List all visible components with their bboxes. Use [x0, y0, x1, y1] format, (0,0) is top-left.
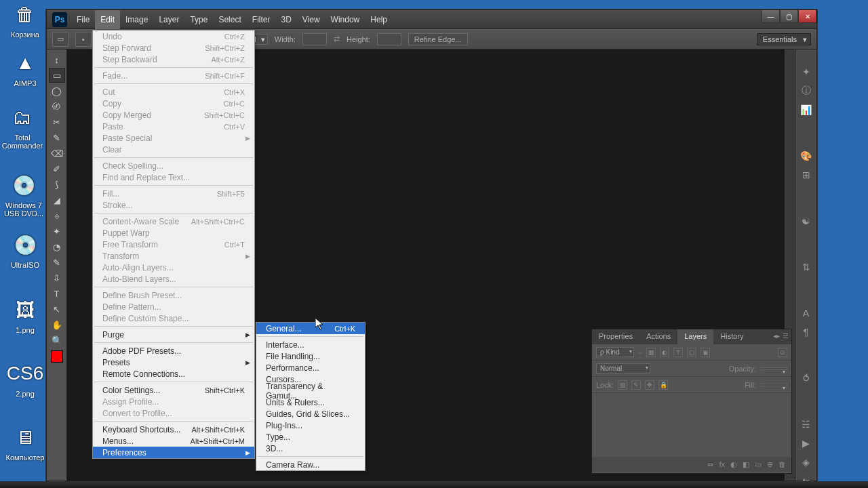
foreground-color-swatch[interactable]	[51, 350, 63, 363]
menu-filter[interactable]: Filter	[247, 10, 276, 29]
panel-icon-16[interactable]: ☵	[798, 417, 814, 432]
lock-all-icon[interactable]: 🔒	[658, 380, 668, 390]
desktop-icon-ultraiso[interactable]: 💿UltraISO	[4, 230, 46, 269]
panel-icon-11[interactable]: A	[798, 306, 814, 321]
desktop-icon-2-png[interactable]: CS62.png	[4, 359, 46, 398]
layer-action-icon[interactable]: ◧	[743, 460, 749, 469]
panel-icon-12[interactable]: ¶	[798, 325, 814, 340]
desktop-icon-total-commander[interactable]: 🗂Total Commander	[1, 103, 43, 150]
tool-6[interactable]: ⌫	[49, 146, 65, 161]
menu-item-purge[interactable]: Purge▶	[93, 329, 254, 340]
collapse-icon[interactable]: ◂▸	[773, 332, 780, 342]
menu-item-units---rulers---[interactable]: Units & Rulers...	[256, 396, 365, 408]
menu-item-file-handling---[interactable]: File Handling...	[256, 350, 365, 362]
desktop-icon-windows-7-usb-dvd---[interactable]: 💿Windows 7 USB DVD...	[3, 171, 45, 218]
tool-12[interactable]: ◔	[49, 239, 65, 254]
tool-0[interactable]: ↕	[49, 52, 65, 67]
panel-icon-5[interactable]: ⊞	[798, 167, 814, 182]
lock-move-icon[interactable]: ✥	[645, 380, 654, 390]
layer-action-icon[interactable]: ⊕	[767, 460, 773, 469]
tool-8[interactable]: ⟆	[49, 177, 65, 192]
desktop-icon-компьютер[interactable]: 🖥Компьютер	[4, 423, 46, 462]
tool-9[interactable]: ◢	[49, 192, 65, 207]
fill-input[interactable]	[760, 384, 787, 386]
tool-16[interactable]: ↖	[49, 302, 65, 317]
lock-trans-icon[interactable]: ▨	[618, 380, 627, 390]
panel-icon-6[interactable]	[798, 186, 814, 201]
tool-15[interactable]: T	[49, 286, 65, 301]
tool-3[interactable]: 〄	[49, 99, 65, 114]
layer-action-icon[interactable]: ▭	[755, 460, 762, 469]
filter-type-icon[interactable]: T	[673, 348, 683, 357]
panel-icon-13[interactable]	[798, 344, 814, 359]
tool-14[interactable]: ⇩	[49, 270, 65, 285]
menu-item-remote-connections---[interactable]: Remote Connections...	[93, 368, 254, 380]
panel-icon-10[interactable]	[798, 279, 814, 293]
filter-adjust-icon[interactable]: ◐	[660, 348, 669, 357]
tool-5[interactable]: ✎	[49, 130, 65, 145]
width-input[interactable]	[302, 33, 327, 45]
tool-preset-icon[interactable]: ▭	[52, 32, 68, 47]
workspace-select[interactable]: Essentials	[757, 33, 811, 45]
panel-tab-history[interactable]: History	[713, 329, 750, 344]
menu-item-performance---[interactable]: Performance...	[256, 362, 365, 373]
menu-item-3d---[interactable]: 3D...	[256, 443, 365, 454]
desktop-icon-корзина[interactable]: 🗑Корзина	[4, 0, 46, 39]
panel-icon-0[interactable]: ✦	[798, 64, 814, 79]
tool-1[interactable]: ▭	[49, 68, 65, 83]
selection-new-icon[interactable]: ▪	[75, 32, 92, 47]
panel-menu-icon[interactable]: ☰	[783, 332, 789, 342]
menu-item-interface---[interactable]: Interface...	[256, 339, 365, 350]
layer-action-icon[interactable]: 🗑	[778, 460, 786, 468]
filter-smart-icon[interactable]: ▣	[701, 348, 710, 357]
panel-icon-1[interactable]: ⓘ	[798, 83, 814, 98]
menu-3d[interactable]: 3D	[275, 10, 296, 29]
tool-17[interactable]: ✋	[49, 317, 65, 332]
menu-select[interactable]: Select	[213, 10, 246, 29]
menu-window[interactable]: Window	[326, 10, 366, 29]
menu-item-camera-raw---[interactable]: Camera Raw...	[256, 459, 365, 470]
menu-help[interactable]: Help	[365, 10, 393, 29]
filter-pixel-icon[interactable]: ▦	[646, 348, 656, 357]
lock-pixel-icon[interactable]: ✎	[631, 380, 641, 390]
menu-item-general---[interactable]: General...Ctrl+K	[256, 323, 365, 334]
menu-item-guides--grid---slices---[interactable]: Guides, Grid & Slices...	[256, 408, 365, 420]
panel-icon-15[interactable]	[798, 390, 814, 405]
close-button[interactable]: ✕	[798, 10, 816, 23]
panel-icon-8[interactable]	[798, 232, 814, 247]
swap-icon[interactable]: ⇄	[334, 35, 340, 43]
menu-type[interactable]: Type	[184, 10, 213, 29]
height-input[interactable]	[377, 33, 401, 45]
tool-10[interactable]: ⟐	[49, 208, 65, 223]
tool-7[interactable]: ✐	[49, 161, 65, 176]
desktop-icon-1-png[interactable]: 🖼1.png	[4, 296, 46, 334]
filter-toggle-icon[interactable]: ⊙	[778, 348, 787, 357]
menu-item-presets[interactable]: Presets▶	[93, 357, 254, 368]
panel-icon-18[interactable]: ◈	[798, 455, 814, 470]
opacity-input[interactable]	[760, 367, 787, 370]
menu-item-keyboard-shortcuts---[interactable]: Keyboard Shortcuts...Alt+Shift+Ctrl+K	[93, 424, 254, 435]
panel-icon-7[interactable]: ☯	[798, 214, 814, 228]
menu-item-transparency---gamut---[interactable]: Transparency & Gamut...	[256, 385, 365, 396]
menu-item-preferences[interactable]: Preferences▶	[93, 447, 254, 458]
panel-tab-layers[interactable]: Layers	[677, 329, 713, 344]
tool-2[interactable]: ◯	[49, 83, 65, 98]
layer-action-icon[interactable]: fx	[719, 460, 725, 468]
panel-icon-14[interactable]: ⥀	[798, 371, 814, 386]
menu-view[interactable]: View	[297, 10, 326, 29]
menu-layer[interactable]: Layer	[153, 10, 184, 29]
menu-item-color-settings---[interactable]: Color Settings...Shift+Ctrl+K	[93, 384, 254, 396]
menu-item-adobe-pdf-presets---[interactable]: Adobe PDF Presets...	[93, 345, 254, 357]
panel-icon-9[interactable]: ⇅	[798, 260, 814, 274]
menu-item-type---[interactable]: Type...	[256, 431, 365, 443]
panel-icon-4[interactable]: 🎨	[798, 148, 814, 163]
menu-item-menus---[interactable]: Menus...Alt+Shift+Ctrl+M	[93, 435, 254, 447]
tool-11[interactable]: ✦	[49, 224, 65, 239]
panel-icon-17[interactable]: ▶	[798, 436, 814, 451]
panel-tab-properties[interactable]: Properties	[592, 329, 639, 344]
filter-shape-icon[interactable]: ▢	[687, 348, 696, 357]
tool-4[interactable]: ✂	[49, 115, 65, 129]
minimize-button[interactable]: —	[762, 10, 780, 23]
taskbar[interactable]	[0, 481, 868, 488]
menu-file[interactable]: File	[71, 10, 95, 29]
